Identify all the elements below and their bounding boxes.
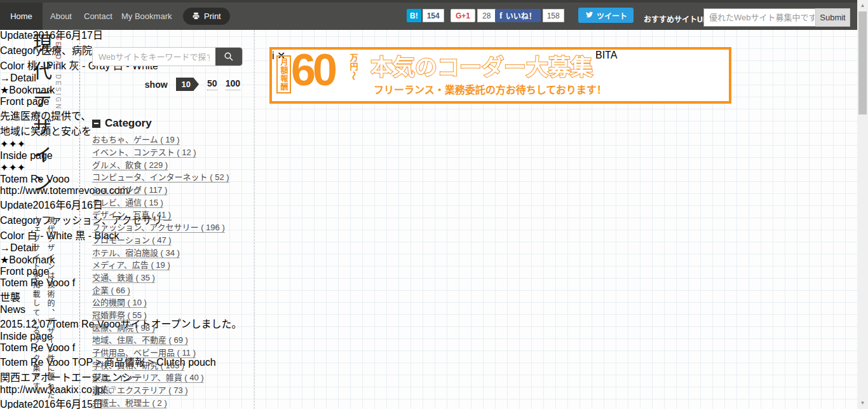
- category-header: Category: [92, 117, 152, 130]
- recommend-url-label: おすすめサイトURL: [644, 13, 713, 24]
- hatena-bookmark-widget[interactable]: B! 154: [407, 9, 444, 22]
- category-link[interactable]: テレビ、通信 ( 15 ): [92, 195, 261, 208]
- facebook-like-widget[interactable]: f いいね！ 158: [495, 9, 564, 22]
- facebook-like-label: いいね！: [506, 10, 536, 21]
- recommend-url-input[interactable]: [703, 8, 820, 27]
- category-link[interactable]: 学校、資格、研究 ( 165 ): [92, 358, 261, 371]
- scrollbar-down-arrow[interactable]: ▼: [857, 399, 868, 408]
- category-link[interactable]: 公的機関 ( 10 ): [92, 296, 261, 308]
- ad-brand-logo: BITA: [595, 50, 617, 60]
- hatena-icon[interactable]: B!: [407, 9, 421, 22]
- category-title: Category: [105, 117, 152, 130]
- site-description-line2: ウェブサイトを掲載しているリンク集です。: [31, 216, 40, 401]
- category-link[interactable]: おもちゃ、ゲーム ( 19 ): [92, 133, 261, 146]
- category-link[interactable]: ファッション、アクセサリー ( 196 ): [92, 221, 261, 233]
- arrow-circle-icon: →: [0, 73, 10, 83]
- tweet-label: ツイート: [597, 10, 627, 21]
- facebook-like-button[interactable]: f いいね！: [495, 9, 541, 22]
- category-link[interactable]: グルメ、飲食 ( 229 ): [92, 158, 261, 170]
- clinic-logo: ✦✦✦: [0, 139, 25, 149]
- print-label: Print: [204, 11, 221, 21]
- ad-headline: 本気のコーダー大募集: [370, 55, 593, 80]
- category-link[interactable]: プロモーション ( 47 ): [92, 233, 261, 246]
- twitter-bird-icon: [585, 11, 593, 19]
- category-link[interactable]: ホテル、宿泊施設 ( 34 ): [92, 246, 261, 258]
- page: Home About Contact My Bookmark Print B! …: [0, 0, 868, 409]
- ad-photo: BITA: [595, 50, 729, 101]
- nav-about[interactable]: About: [50, 3, 72, 30]
- ad-unit-tilde: 〜: [349, 71, 358, 80]
- category-link[interactable]: イベント、コンテスト ( 12 ): [92, 146, 261, 158]
- hatena-count: 154: [423, 9, 444, 22]
- show-option-10[interactable]: 10: [176, 78, 199, 91]
- category-link[interactable]: 家具、インテリア、雑貨 ( 40 ): [92, 371, 261, 384]
- show-count-row: show 10 50 100: [92, 78, 240, 91]
- star-icon: ★: [0, 85, 9, 95]
- ad-brand-a: A: [611, 50, 618, 60]
- clinic-logo: ✦✦✦: [0, 162, 25, 173]
- show-option-100[interactable]: 100: [226, 78, 240, 90]
- gplus-button[interactable]: G+1: [451, 9, 475, 22]
- adchoices-info-icon[interactable]: i: [272, 50, 275, 61]
- star-icon: ★: [0, 254, 9, 265]
- news-heading: News: [0, 304, 25, 315]
- top-bar: Home About Contact My Bookmark Print B! …: [0, 0, 857, 30]
- page-scrollbar[interactable]: ▲ ▼: [857, 0, 868, 409]
- category-link[interactable]: 企業 ( 66 ): [92, 283, 261, 296]
- ad-unit: 万 円 〜: [349, 53, 358, 80]
- site-subtitle-gendai: GENDAI: [55, 35, 62, 71]
- show-option-50[interactable]: 50: [207, 78, 217, 90]
- category-list: おもちゃ、ゲーム ( 19 )イベント、コンテスト ( 12 )グルメ、飲食 (…: [92, 133, 261, 408]
- site-description: 現代デザインは技術的、デザイン性に優れたウェブサイトを掲載しているリンク集です。: [28, 216, 57, 407]
- printer-icon: [192, 12, 200, 20]
- site-description-line1: 現代デザインは技術的、デザイン性に優れた: [46, 216, 55, 401]
- category-link[interactable]: 弁護士、税理士 ( 2 ): [92, 396, 261, 408]
- category-link[interactable]: 交通、鉄道 ( 35 ): [92, 271, 261, 284]
- color-label: Color: [0, 230, 24, 241]
- google-plus-widget[interactable]: G+1 28: [451, 9, 496, 22]
- search-input[interactable]: [93, 48, 215, 66]
- nav-contact[interactable]: Contact: [84, 3, 112, 30]
- keyword-search-box: [92, 47, 243, 66]
- show-label: show: [145, 80, 168, 90]
- facebook-count: 158: [543, 9, 564, 22]
- category-link[interactable]: メディア、広告 ( 19 ): [92, 258, 261, 271]
- facebook-icon: f: [499, 11, 503, 21]
- category-link[interactable]: ショッピング ( 117 ): [92, 183, 261, 196]
- site-subtitle: GENDAI DESIGN: [55, 35, 62, 110]
- update-label: Update: [0, 200, 33, 211]
- ad-banner[interactable]: 月額報酬 60 万 円 〜 本気のコーダー大募集 フリーランス・業務委託の方お待…: [269, 47, 731, 104]
- site-title: 現代デザイン: [27, 33, 55, 201]
- category-link[interactable]: 医療、病院 ( 98 ): [92, 321, 261, 333]
- arrow-circle-icon: →: [0, 242, 10, 253]
- totem-vertical-title: 世襲: [0, 292, 20, 303]
- scrollbar-thumb[interactable]: [858, 11, 867, 114]
- print-button[interactable]: Print: [183, 8, 230, 25]
- category-link[interactable]: 建築、エクステリア ( 73 ): [92, 384, 261, 396]
- ad-subline: フリーランス・業務委託の方お待ちしております！: [374, 81, 607, 97]
- scrollbar-up-arrow[interactable]: ▲: [857, 1, 868, 10]
- facebook-icon: f: [72, 277, 75, 288]
- color-label: Color: [0, 60, 24, 71]
- gplus-count: 28: [477, 9, 496, 22]
- ad-brand-bit: BIT: [595, 50, 611, 60]
- category-link[interactable]: 冠婚葬祭 ( 55 ): [92, 308, 261, 321]
- tweet-button[interactable]: ツイート: [578, 8, 634, 23]
- ad-unit-en: 円: [349, 62, 358, 71]
- ad-monthly-label: 月額報酬: [276, 55, 291, 94]
- submit-button[interactable]: Submit: [815, 8, 850, 27]
- category-link[interactable]: 子供用品、ベビー用品 ( 11 ): [92, 346, 261, 359]
- nav-my-bookmark[interactable]: My Bookmark: [121, 3, 172, 30]
- category-link[interactable]: コンピュータ、インターネット ( 52 ): [92, 170, 261, 183]
- sidebar-divider: [79, 30, 80, 409]
- collapse-icon[interactable]: [92, 120, 100, 128]
- site-subtitle-design: DESIGN: [55, 71, 62, 110]
- ad-headline-graphic: 本気のコーダー大募集: [370, 52, 625, 81]
- nav-home[interactable]: Home: [0, 3, 43, 30]
- ad-unit-man: 万: [349, 53, 358, 62]
- search-button[interactable]: [215, 48, 242, 66]
- search-icon: [224, 52, 234, 62]
- category-link[interactable]: デザイン、写真 ( 41 ): [92, 208, 261, 221]
- ad-amount: 60: [291, 45, 334, 95]
- category-link[interactable]: 地域、住居、不動産 ( 69 ): [92, 333, 261, 346]
